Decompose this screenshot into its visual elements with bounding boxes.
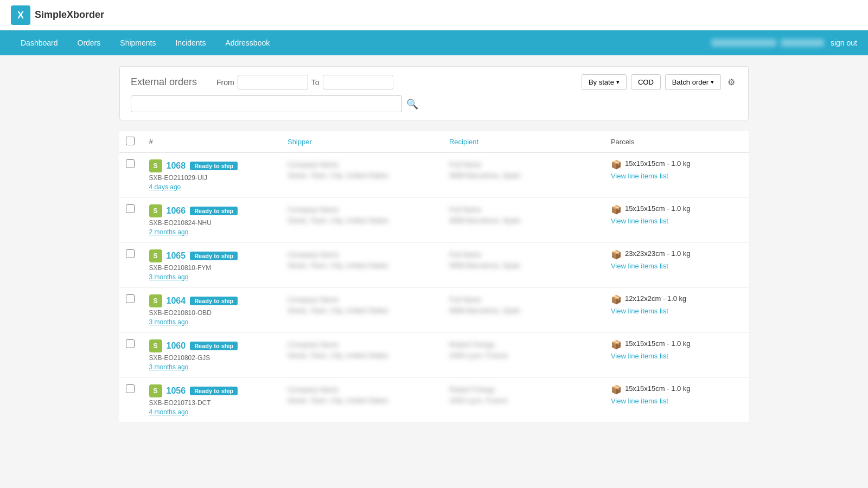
filter-search-row: 🔍 bbox=[131, 95, 737, 112]
order-time[interactable]: 3 months ago bbox=[149, 273, 275, 281]
recipient-cell: Full Name 9999 Barcelona, Spain bbox=[443, 243, 604, 288]
view-line-items-link[interactable]: View line items list bbox=[611, 262, 742, 270]
parcel-icon: 📦 bbox=[611, 294, 622, 305]
table-row: S 1066 Ready to ship SXB-EO210824-NHU 2 … bbox=[119, 198, 749, 243]
parcels-cell: 📦 15x15x15cm - 1.0 kg View line items li… bbox=[604, 153, 749, 198]
order-id[interactable]: 1066 bbox=[167, 206, 186, 216]
cod-button[interactable]: COD bbox=[631, 74, 661, 90]
shipper-address: Street, Town, City, United States bbox=[288, 395, 436, 406]
row-checkbox-cell bbox=[119, 243, 143, 288]
nav-links: Dashboard Orders Shipments Incidents Add… bbox=[11, 32, 279, 54]
recipient-cell: Full Name 9999 Barcelona, Spain bbox=[443, 288, 604, 333]
order-ref: SXB-EO210713-DCT bbox=[149, 399, 275, 407]
parcel-row: 📦 15x15x15cm - 1.0 kg bbox=[611, 339, 742, 350]
table-row: S 1065 Ready to ship SXB-EO210810-FYM 3 … bbox=[119, 243, 749, 288]
parcels-cell: 📦 12x12x2cm - 1.0 kg View line items lis… bbox=[604, 288, 749, 333]
order-time[interactable]: 2 months ago bbox=[149, 228, 275, 236]
view-line-items-link[interactable]: View line items list bbox=[611, 397, 742, 405]
table-row: S 1056 Ready to ship SXB-EO210713-DCT 4 … bbox=[119, 378, 749, 423]
order-number-cell: S 1068 Ready to ship SXB-EO211029-UIJ 4 … bbox=[143, 153, 281, 198]
order-num-row: S 1068 Ready to ship bbox=[149, 159, 275, 172]
shipper-cell: Company Name Street, Town, City, United … bbox=[281, 378, 443, 423]
nav-orders[interactable]: Orders bbox=[68, 32, 111, 54]
shipper-name: Company Name bbox=[288, 384, 436, 395]
table-row: S 1064 Ready to ship SXB-EO210810-OBD 3 … bbox=[119, 288, 749, 333]
parcel-row: 📦 12x12x2cm - 1.0 kg bbox=[611, 294, 742, 305]
shipper-address: Street, Town, City, United States bbox=[288, 215, 436, 226]
recipient-name: Full Name bbox=[449, 204, 598, 215]
row-checkbox[interactable] bbox=[126, 294, 135, 303]
shopify-icon: S bbox=[149, 204, 162, 217]
view-line-items-link[interactable]: View line items list bbox=[611, 352, 742, 360]
order-time[interactable]: 4 months ago bbox=[149, 408, 275, 416]
order-ref: SXB-EO210810-OBD bbox=[149, 309, 275, 317]
row-checkbox[interactable] bbox=[126, 339, 135, 348]
order-id[interactable]: 1060 bbox=[167, 341, 186, 351]
filter-top: External orders From To By state COD Bat… bbox=[131, 74, 737, 90]
orders-tbody: S 1068 Ready to ship SXB-EO211029-UIJ 4 … bbox=[119, 153, 749, 423]
batch-order-button[interactable]: Batch order bbox=[665, 74, 721, 90]
recipient-address: 9999 Barcelona, Spain bbox=[449, 260, 598, 271]
settings-gear-icon[interactable]: ⚙ bbox=[725, 75, 737, 89]
from-input[interactable] bbox=[238, 75, 308, 89]
select-all-checkbox[interactable] bbox=[126, 137, 135, 145]
filter-date-group: From To bbox=[216, 75, 573, 89]
order-number-cell: S 1064 Ready to ship SXB-EO210810-OBD 3 … bbox=[143, 288, 281, 333]
nav-user-info bbox=[711, 39, 824, 47]
order-ref: SXB-EO210824-NHU bbox=[149, 219, 275, 227]
status-badge: Ready to ship bbox=[190, 342, 238, 350]
order-id[interactable]: 1065 bbox=[167, 251, 186, 261]
main-content: External orders From To By state COD Bat… bbox=[108, 55, 760, 434]
search-button[interactable]: 🔍 bbox=[406, 98, 418, 110]
shipper-address: Street, Town, City, United States bbox=[288, 305, 436, 316]
shopify-icon: S bbox=[149, 294, 162, 307]
row-checkbox-cell bbox=[119, 333, 143, 378]
parcel-dims: 15x15x15cm - 1.0 kg bbox=[625, 384, 691, 393]
nav-addressbook[interactable]: Addressbook bbox=[216, 32, 280, 54]
shipper-cell: Company Name Street, Town, City, United … bbox=[281, 153, 443, 198]
shipper-name: Company Name bbox=[288, 249, 436, 260]
order-id[interactable]: 1056 bbox=[167, 386, 186, 396]
logo[interactable]: X SimpleXborder bbox=[11, 5, 104, 25]
order-id[interactable]: 1068 bbox=[167, 161, 186, 171]
shopify-icon: S bbox=[149, 159, 162, 172]
order-time[interactable]: 4 days ago bbox=[149, 183, 275, 191]
recipient-cell: Robert Finings 1000 Lyon, France bbox=[443, 333, 604, 378]
parcel-row: 📦 15x15x15cm - 1.0 kg bbox=[611, 384, 742, 395]
parcel-dims: 12x12x2cm - 1.0 kg bbox=[625, 294, 686, 303]
shipper-address: Street, Town, City, United States bbox=[288, 170, 436, 181]
parcel-icon: 📦 bbox=[611, 384, 622, 395]
header-parcels: Parcels bbox=[604, 131, 749, 153]
parcels-cell: 📦 15x15x15cm - 1.0 kg View line items li… bbox=[604, 198, 749, 243]
header-recipient: Recipient bbox=[443, 131, 604, 153]
row-checkbox-cell bbox=[119, 378, 143, 423]
row-checkbox[interactable] bbox=[126, 249, 135, 258]
sign-out-link[interactable]: sign out bbox=[831, 38, 857, 47]
row-checkbox-cell bbox=[119, 153, 143, 198]
by-state-button[interactable]: By state bbox=[582, 74, 627, 90]
view-line-items-link[interactable]: View line items list bbox=[611, 172, 742, 180]
view-line-items-link[interactable]: View line items list bbox=[611, 217, 742, 225]
row-checkbox[interactable] bbox=[126, 159, 135, 168]
row-checkbox[interactable] bbox=[126, 204, 135, 213]
row-checkbox[interactable] bbox=[126, 384, 135, 393]
shopify-icon: S bbox=[149, 384, 162, 397]
nav-dashboard[interactable]: Dashboard bbox=[11, 32, 68, 54]
order-time[interactable]: 3 months ago bbox=[149, 363, 275, 371]
from-label: From bbox=[216, 78, 234, 87]
search-input[interactable] bbox=[131, 95, 402, 112]
recipient-address: 1000 Lyon, France bbox=[449, 395, 598, 406]
order-id[interactable]: 1064 bbox=[167, 296, 186, 306]
to-input[interactable] bbox=[323, 75, 393, 89]
shipper-address: Street, Town, City, United States bbox=[288, 260, 436, 271]
filter-bar: External orders From To By state COD Bat… bbox=[119, 66, 749, 120]
nav-shipments[interactable]: Shipments bbox=[110, 32, 165, 54]
order-time[interactable]: 3 months ago bbox=[149, 318, 275, 326]
parcel-dims: 15x15x15cm - 1.0 kg bbox=[625, 204, 691, 213]
parcel-icon: 📦 bbox=[611, 249, 622, 260]
recipient-cell: Full Name 9999 Barcelona, Spain bbox=[443, 198, 604, 243]
filter-actions: By state COD Batch order ⚙ bbox=[582, 74, 737, 90]
view-line-items-link[interactable]: View line items list bbox=[611, 307, 742, 315]
shipper-cell: Company Name Street, Town, City, United … bbox=[281, 243, 443, 288]
nav-incidents[interactable]: Incidents bbox=[165, 32, 215, 54]
